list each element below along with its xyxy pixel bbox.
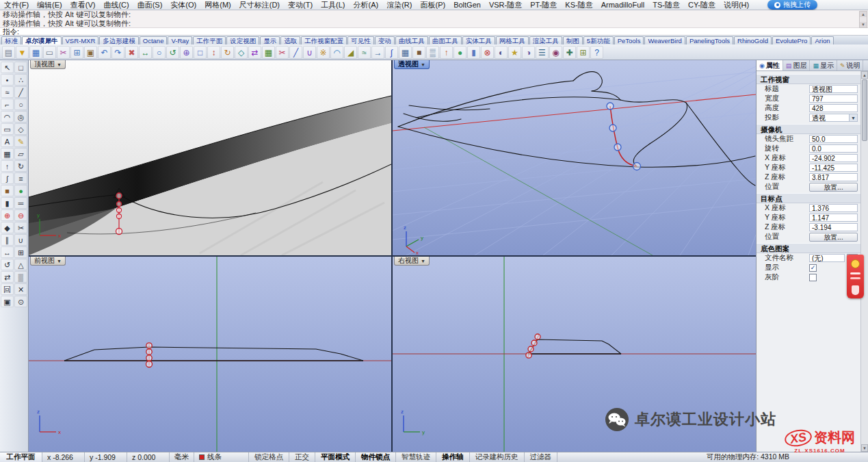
toolbar-tab[interactable]: 选取 [280,36,300,44]
toolbar-tab[interactable]: 多边形建模 [99,36,139,44]
point-cloud-icon[interactable]: ∴ [14,74,27,86]
box-icon[interactable]: ■ [1,185,14,196]
wallpaper-file-field[interactable]: (无) [809,254,845,262]
control-point[interactable] [535,334,540,339]
camera-y-field[interactable]: -11.425 [809,164,858,172]
status-toggle[interactable]: 操作轴 [436,452,470,462]
status-toggle[interactable]: 记录建构历史 [470,452,525,462]
boolean-union-icon[interactable]: ⊕ [1,209,14,221]
upload-button[interactable]: 拖拽上传 [767,0,817,10]
sphere-icon[interactable]: ● [453,46,466,59]
scroll-up-icon[interactable]: ▲ [861,71,868,79]
viewport-height-field[interactable]: 428 [809,104,858,112]
scroll-thumb[interactable] [862,79,867,141]
viewport-front[interactable]: z x 前视图 ▼ [29,257,391,452]
polyline-icon[interactable]: ⌐ [1,99,14,110]
toolbar-tab[interactable]: 设定视图 [226,36,259,44]
trim-icon[interactable]: ✂ [276,46,289,59]
toolbar-tab[interactable]: WeaverBird [644,36,685,44]
mirror-tool-icon[interactable]: ⇄ [1,271,14,283]
toolbar-tab[interactable]: V-Ray [168,36,192,44]
solid-tools-icon[interactable]: ■ [412,46,425,59]
viewport-title-front[interactable]: 前视图 ▼ [30,257,66,266]
toolbar-tab[interactable]: 曲面工具 [429,36,462,44]
menu-item[interactable]: 说明(H) [720,0,753,10]
toolbar-tab[interactable]: 工作视窗配置 [301,36,347,44]
cplane-button[interactable]: 工作平面 [0,452,42,462]
join-tool-icon[interactable]: ∪ [14,234,27,246]
panel-tab[interactable]: ✎ 说明 [837,60,864,70]
menu-item[interactable]: 曲线(C) [99,0,133,10]
scale-tool-icon[interactable]: △ [14,259,27,270]
menu-item[interactable]: 网格(M) [200,0,235,10]
menu-item[interactable]: 渲染(R) [382,0,416,10]
target-y-field[interactable]: 1.147 [809,214,858,222]
menu-item[interactable]: 编辑(E) [33,0,66,10]
select-window-icon[interactable]: □ [14,62,27,73]
cut-icon[interactable]: ✂ [57,46,70,59]
control-point[interactable] [117,202,122,207]
cylinder-icon[interactable]: ▮ [467,46,480,59]
curve-icon[interactable]: ≈ [1,86,14,98]
mesh-tools-icon[interactable]: ▒ [426,46,439,59]
grayscale-checkbox[interactable] [809,274,817,281]
toolbar-tab[interactable]: 卓尔谟犀牛 [22,36,62,44]
zoom-icon[interactable]: ○ [153,46,166,59]
fillet-edge-icon[interactable]: ◆ [1,222,14,233]
copy-icon[interactable]: ⊞ [70,46,83,59]
camera-z-field[interactable]: 3.817 [809,173,858,181]
toolbar-tab[interactable]: EvolutePro [772,36,811,44]
curve-tools-icon[interactable]: ∫ [385,46,398,59]
scroll-down-icon[interactable]: ▼ [861,444,868,452]
sweep-icon[interactable]: ∫ [1,172,14,184]
menu-item[interactable]: VSR-随意 [485,0,526,10]
toolbar-tab[interactable]: Octane [140,36,168,44]
shade-icon[interactable]: ◐ [495,46,508,59]
command-prompt[interactable]: 指令: [0,28,868,36]
help-icon[interactable]: ? [590,46,603,59]
control-point[interactable] [116,193,122,198]
hide-icon[interactable]: ✕ [14,283,27,295]
viewport-perspective[interactable]: z y x 透视图 ▼ [393,60,756,255]
text-icon[interactable]: A [1,136,14,147]
sphere-solid-icon[interactable]: ● [14,185,27,196]
camera-x-field[interactable]: -24.902 [809,154,858,162]
control-point[interactable] [526,352,531,358]
menu-item[interactable]: 工具(L) [317,0,349,10]
redo-icon[interactable]: ↷ [111,46,124,59]
viewport-title-right[interactable]: 右视图 ▼ [394,257,430,266]
array-tool-icon[interactable]: ▒ [14,271,27,283]
promo-ribbon[interactable] [847,255,864,298]
target-x-field[interactable]: 1.376 [809,204,858,212]
delete-icon[interactable]: ✖ [125,46,138,59]
toolbar-tab[interactable]: 5新功能 [583,36,614,44]
command-scrollbar[interactable]: ▲ ▼ [859,11,867,28]
lock-icon[interactable]: ▣ [1,296,14,307]
toolbar-tab[interactable]: VSR-MXR [62,36,99,44]
target-place-button[interactable]: 放置... [809,233,858,242]
toolbar-tab[interactable]: 显示 [260,36,280,44]
mirror-icon[interactable]: ⇄ [248,46,261,59]
menu-item[interactable]: TS-随意 [648,0,684,10]
move-tool-icon[interactable]: ↔ [1,246,14,258]
viewport-title-perspective[interactable]: 透视图 ▼ [394,60,430,69]
rotate-view-icon[interactable]: ↺ [166,46,179,59]
current-layer-button[interactable]: 线条 [194,452,249,462]
properties-icon[interactable]: ◉ [549,46,562,59]
panel-tab[interactable]: ▦ 显示 [810,60,837,70]
plane-icon[interactable]: ▱ [14,148,27,159]
toolbar-tab[interactable]: 变动 [375,36,395,44]
zoom-window-icon[interactable]: □ [194,46,207,59]
toolbar-tab[interactable]: Arion [811,36,833,44]
circle-icon[interactable]: ○ [14,99,27,110]
viewport-right[interactable]: z y 右视图 ▼ [393,257,756,452]
join-icon[interactable]: ∪ [303,46,316,59]
control-point[interactable] [633,163,641,170]
ellipse-icon[interactable]: ◎ [14,111,27,123]
toolbar-tab[interactable]: 工作平面 [193,36,226,44]
toolbar-tab[interactable]: 标准 [1,36,21,44]
control-point[interactable] [146,343,152,348]
toolbar-tab[interactable]: 渲染工具 [529,36,562,44]
show-checkbox[interactable]: ✓ [809,264,817,272]
osnap-icon[interactable]: ✚ [563,46,576,59]
